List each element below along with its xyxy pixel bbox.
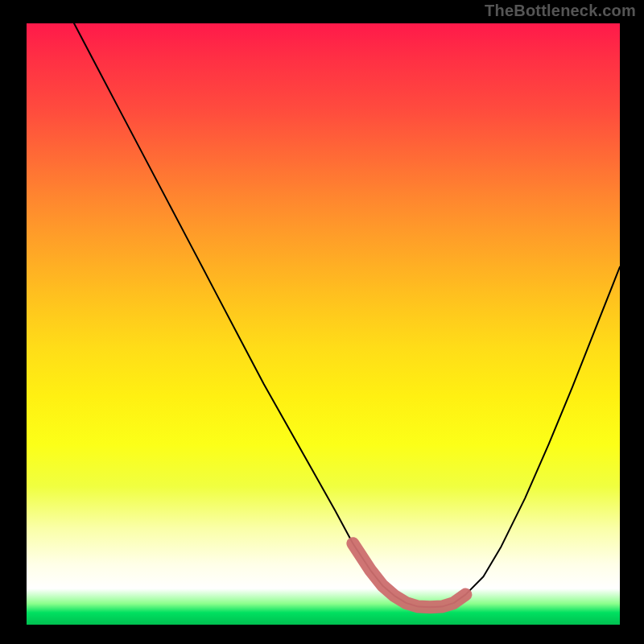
watermark-text: TheBottleneck.com [485, 2, 636, 20]
bottleneck-curve [74, 23, 620, 607]
chart-frame: TheBottleneck.com [0, 0, 644, 644]
chart-svg [0, 0, 644, 644]
optimal-band [353, 543, 465, 607]
